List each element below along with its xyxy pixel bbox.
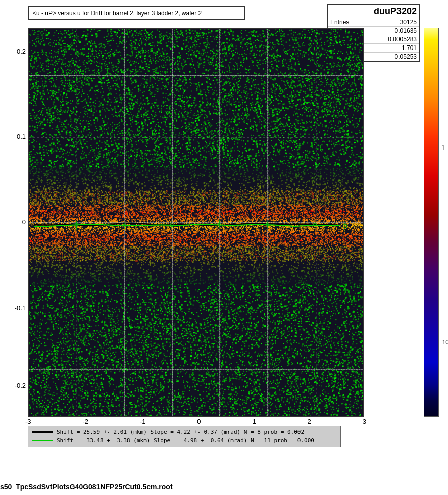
plot-canvas	[28, 28, 364, 417]
x-label-neg1: -1	[140, 418, 146, 425]
y-label-neg02: -0.2	[15, 382, 26, 389]
x-label-3: 3	[363, 418, 366, 425]
legend-box: Shift = 25.59 +- 2.01 (mkm) Slope = 4.22…	[28, 426, 341, 447]
y-label-01: 0.1	[17, 133, 26, 140]
legend-row-black: Shift = 25.59 +- 2.01 (mkm) Slope = 4.22…	[32, 429, 336, 435]
x-axis: -3 -2 -1 0 1 2 3	[28, 418, 364, 425]
color-scale-bar	[424, 28, 439, 417]
scale-label-bottom: 10	[442, 339, 448, 346]
x-label-neg3: -3	[25, 418, 31, 425]
legend-row-green: Shift = -33.48 +- 3.38 (mkm) Slope = -4.…	[32, 437, 336, 444]
stats-entries: Entries 30125	[328, 18, 419, 27]
x-label-1: 1	[252, 418, 256, 425]
entries-value: 30125	[400, 19, 417, 26]
green-line-text: Shift = -33.48 +- 3.38 (mkm) Slope = -4.…	[57, 437, 314, 444]
green-line-icon	[32, 440, 53, 441]
y-label-neg01: -0.1	[15, 304, 26, 312]
black-line-text: Shift = 25.59 +- 2.01 (mkm) Slope = 4.22…	[57, 429, 304, 435]
filename-footer: s50_TpcSsdSvtPlotsG40G081NFP25rCut0.5cm.…	[0, 483, 173, 491]
rms-x-value: 1.701	[402, 44, 417, 52]
y-label-0: 0	[22, 218, 26, 226]
rms-y-value: 0.05253	[395, 53, 417, 60]
stats-title: duuP3202	[328, 5, 419, 18]
curves-svg	[29, 29, 363, 416]
scale-label-mid: 1	[441, 144, 445, 152]
main-container: <u - uP> versus u for Drift for barrel 2…	[0, 0, 448, 495]
y-axis: 0.2 0.1 0 -0.1 -0.2	[3, 28, 27, 417]
entries-label: Entries	[330, 19, 349, 26]
y-label-02: 0.2	[17, 47, 26, 55]
x-label-0: 0	[197, 418, 201, 425]
title-box: <u - uP> versus u for Drift for barrel 2…	[28, 6, 245, 20]
mean-y-value: 0.0005283	[388, 36, 417, 43]
x-label-neg2: -2	[82, 418, 88, 425]
filename-text: s50_TpcSsdSvtPlotsG40G081NFP25rCut0.5cm.…	[0, 483, 173, 491]
black-line-icon	[32, 431, 53, 433]
mean-x-value: 0.01635	[395, 27, 417, 34]
x-label-2: 2	[308, 418, 311, 425]
color-scale-container: 1 10	[424, 28, 439, 417]
plot-title: <u - uP> versus u for Drift for barrel 2…	[33, 10, 202, 17]
